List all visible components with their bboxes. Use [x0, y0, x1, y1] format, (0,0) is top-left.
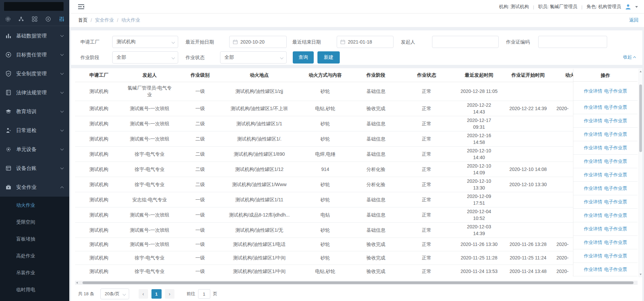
cell-initiated-time: 2020-11-25 11:28 — [457, 251, 501, 265]
goto-page-input[interactable] — [198, 289, 210, 299]
chevron-down-icon — [61, 147, 64, 151]
sidebar-item-unit-equipment[interactable]: 单元设备 — [0, 140, 69, 159]
actions-cell: 作业详情 电子作业票 — [573, 249, 638, 263]
gear-icon[interactable] — [5, 16, 11, 22]
work-detail-link[interactable]: 作业详情 — [584, 226, 602, 232]
graduation-cap-icon — [5, 108, 11, 115]
work-detail-link[interactable]: 作业详情 — [584, 88, 602, 94]
sidebar-item-laws[interactable]: 法律法规管理 — [0, 83, 69, 102]
share-nodes-icon[interactable] — [18, 16, 24, 22]
e-ticket-link[interactable]: 电子作业票 — [604, 240, 627, 246]
sidebar-item-safety-rules[interactable]: 安全制度管理 — [0, 64, 69, 83]
submenu-item-blind-plate[interactable]: 盲板堵抽 — [0, 230, 69, 247]
scroll-left-arrow[interactable] — [76, 282, 78, 284]
search-button[interactable]: 查询 — [293, 51, 314, 64]
e-ticket-link[interactable]: 电子作业票 — [604, 226, 627, 232]
e-ticket-link[interactable]: 电子作业票 — [604, 145, 627, 151]
chevron-down-icon — [61, 128, 64, 132]
work-detail-link[interactable]: 作业详情 — [584, 253, 602, 259]
permit-code-input[interactable] — [538, 36, 607, 48]
collapse-filters-link[interactable]: 收起 — [623, 54, 636, 60]
vertical-scrollbar[interactable] — [639, 69, 643, 277]
app-logo — [4, 2, 64, 11]
stage-select[interactable]: 全部 — [112, 51, 178, 64]
end-date-input[interactable]: 2021-01-18 — [337, 36, 393, 48]
sliders-icon[interactable] — [58, 16, 65, 22]
submenu-item-lifting-work[interactable]: 吊装作业 — [0, 264, 69, 281]
submenu-item-temporary-power[interactable]: 临时用电 — [0, 281, 69, 298]
sidebar-item-basic-data[interactable]: 基础数据管理 — [0, 26, 69, 45]
horizontal-scrollbar[interactable] — [75, 281, 638, 285]
sidebar-item-target-responsibility[interactable]: 目标责任管理 — [0, 45, 69, 64]
e-ticket-link[interactable]: 电子作业票 — [604, 118, 627, 124]
e-ticket-link[interactable]: 电子作业票 — [604, 131, 627, 137]
work-detail-link[interactable]: 作业详情 — [584, 267, 602, 273]
start-date-input[interactable]: 2020-10-20 — [229, 36, 287, 48]
page-size-select[interactable]: 20条/页 — [100, 289, 129, 299]
cell-stage: 验收完成 — [356, 101, 396, 116]
submenu-item-high-work[interactable]: 高处作业 — [0, 247, 69, 264]
actions-cell: 作业详情 电子作业票 — [573, 182, 638, 195]
e-ticket-link[interactable]: 电子作业票 — [604, 172, 627, 178]
create-button[interactable]: 新建 — [317, 51, 340, 64]
scroll-up-arrow[interactable] — [640, 71, 642, 72]
start-date-label: 最近开始日期 — [186, 36, 214, 48]
breadcrumb-home[interactable]: 首页 — [78, 17, 88, 23]
next-page-button[interactable]: › — [165, 289, 174, 299]
e-ticket-link[interactable]: 电子作业票 — [604, 158, 627, 165]
prev-page-button[interactable]: ‹ — [139, 289, 148, 299]
cell-status: 正常 — [396, 146, 457, 161]
e-ticket-link[interactable]: 电子作业票 — [604, 104, 627, 110]
scroll-down-arrow[interactable] — [640, 274, 642, 275]
work-detail-link[interactable]: 作业详情 — [584, 104, 602, 110]
cell-location: 测试机构/油性罐区1/1 — [224, 116, 295, 131]
work-detail-link[interactable]: 作业详情 — [584, 145, 602, 151]
cell-method: 砂轮 — [295, 251, 356, 265]
e-ticket-link[interactable]: 电子作业票 — [604, 253, 627, 259]
e-ticket-link[interactable]: 电子作业票 — [604, 267, 627, 273]
work-detail-link[interactable]: 作业详情 — [584, 172, 602, 178]
submenu-item-confined-space[interactable]: 受限空间 — [0, 214, 69, 230]
cell-stage: 基础信息 — [356, 192, 396, 207]
target-icon[interactable] — [45, 16, 51, 22]
status-select[interactable]: 全部 — [220, 51, 287, 64]
work-detail-link[interactable]: 作业详情 — [584, 199, 602, 205]
initiator-input[interactable] — [432, 36, 499, 48]
submenu-item-hot-work[interactable]: 动火作业 — [0, 197, 69, 214]
actions-cell: 作业详情 电子作业票 — [573, 195, 638, 209]
ledger-icon — [5, 165, 11, 171]
e-ticket-link[interactable]: 电子作业票 — [604, 199, 627, 205]
e-ticket-link[interactable]: 电子作业票 — [604, 88, 627, 94]
work-detail-link[interactable]: 作业详情 — [584, 158, 602, 165]
breadcrumb-level1[interactable]: 安全作业 — [95, 17, 114, 23]
actions-cell: 作业详情 电子作业票 — [573, 209, 638, 222]
work-detail-link[interactable]: 作业详情 — [584, 212, 602, 219]
factory-select[interactable]: 测试机构 — [112, 36, 178, 48]
work-detail-link[interactable]: 作业详情 — [584, 240, 602, 246]
cell-factory: 测试机构 — [75, 116, 123, 131]
cell-initiator: 徐宇-电气专业 — [123, 177, 176, 192]
e-ticket-link[interactable]: 电子作业票 — [604, 185, 627, 192]
col-header-status: 作业状态 — [396, 69, 457, 82]
work-detail-link[interactable]: 作业详情 — [584, 118, 602, 124]
return-link[interactable]: 返回 — [629, 17, 639, 23]
sidebar-item-equipment-ledger[interactable]: 设备台账 — [0, 159, 69, 178]
e-ticket-link[interactable]: 电子作业票 — [604, 212, 627, 219]
chevron-up-icon — [61, 186, 64, 190]
table-row: 测试机构 氯碱厂管理员-电气专业 一级 测试机构/油性罐区1/zjj 砂轮 基础… — [75, 82, 636, 101]
sidebar-item-training[interactable]: 教育培训 — [0, 102, 69, 121]
main-content: 机构: 测试机构 | 职员: 氯碱厂管理员 | 角色: 机构管理员 首页 / 安… — [69, 0, 644, 301]
current-page-button[interactable]: 1 — [151, 289, 162, 299]
avatar[interactable] — [625, 4, 631, 10]
grid-icon[interactable] — [32, 16, 38, 22]
sidebar-item-daily-inspection[interactable]: 日常巡检 — [0, 121, 69, 140]
fixed-actions-body: 作业详情 电子作业票 作业详情 电子作业票 作业详情 电子作业票 作业详情 电子… — [573, 82, 638, 276]
work-detail-link[interactable]: 作业详情 — [584, 185, 602, 192]
horizontal-scrollbar-thumb[interactable] — [82, 281, 634, 284]
vertical-scrollbar-thumb[interactable] — [639, 84, 642, 152]
sidebar-item-safety-work[interactable]: 安全作业 — [0, 178, 69, 197]
caret-down-icon[interactable] — [635, 6, 638, 8]
table-row: 测试机构 徐宇-电气专业 二级 测试机构/油性罐区1/Www 砂轮 分析化验 正… — [75, 177, 636, 192]
work-detail-link[interactable]: 作业详情 — [584, 131, 602, 137]
menu-collapse-icon[interactable] — [78, 4, 84, 10]
